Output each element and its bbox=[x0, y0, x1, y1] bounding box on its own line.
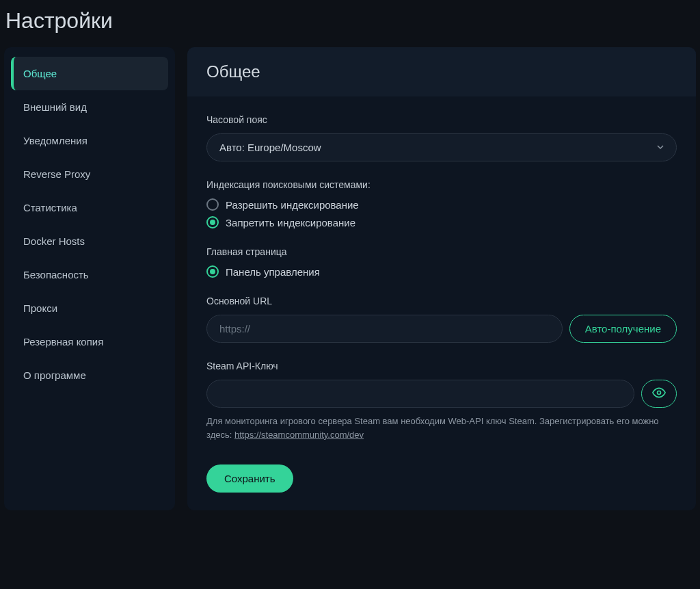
steam-api-group: Steam API-Ключ Для мониторинга игрового … bbox=[206, 361, 677, 441]
indexing-label: Индексация поисковыми системами: bbox=[206, 179, 677, 190]
sidebar-item-docker-hosts[interactable]: Docker Hosts bbox=[11, 224, 168, 258]
primary-url-label: Основной URL bbox=[206, 296, 677, 306]
sidebar-item-label: О программе bbox=[23, 369, 86, 381]
sidebar-item-backup[interactable]: Резервная копия bbox=[11, 325, 168, 358]
indexing-group: Индексация поисковыми системами: Разреши… bbox=[206, 179, 677, 228]
sidebar-item-label: Общее bbox=[23, 68, 57, 79]
sidebar-item-general[interactable]: Общее bbox=[11, 57, 168, 90]
sidebar: Общее Внешний вид Уведомления Reverse Pr… bbox=[4, 47, 175, 510]
steam-api-input[interactable] bbox=[206, 380, 634, 408]
primary-url-input[interactable] bbox=[206, 315, 563, 343]
content-body: Часовой пояс Авто: Europe/Moscow Индекса… bbox=[187, 96, 696, 510]
sidebar-item-label: Reverse Proxy bbox=[23, 168, 90, 180]
sidebar-item-proxy[interactable]: Прокси bbox=[11, 291, 168, 325]
primary-url-group: Основной URL Авто-получение bbox=[206, 296, 677, 343]
layout: Общее Внешний вид Уведомления Reverse Pr… bbox=[0, 47, 700, 510]
timezone-select-wrap: Авто: Europe/Moscow bbox=[206, 133, 677, 161]
radio-label: Запретить индексирование bbox=[226, 217, 355, 228]
radio-label: Панель управления bbox=[226, 266, 320, 278]
sidebar-item-reverse-proxy[interactable]: Reverse Proxy bbox=[11, 157, 168, 191]
radio-icon bbox=[206, 216, 219, 228]
sidebar-item-label: Уведомления bbox=[23, 135, 88, 146]
radio-label: Разрешить индексирование bbox=[226, 199, 359, 211]
entry-page-option-dashboard[interactable]: Панель управления bbox=[206, 265, 677, 278]
page-title: Настройки bbox=[0, 0, 700, 47]
sidebar-item-statistics[interactable]: Статистика bbox=[11, 191, 168, 224]
entry-page-group: Главная страница Панель управления bbox=[206, 246, 677, 278]
radio-icon bbox=[206, 265, 219, 278]
timezone-label: Часовой пояс bbox=[206, 114, 677, 125]
steam-api-help: Для мониторинга игрового сервера Steam в… bbox=[206, 415, 677, 441]
radio-icon bbox=[206, 198, 219, 211]
indexing-option-deny[interactable]: Запретить индексирование bbox=[206, 216, 677, 228]
sidebar-item-label: Docker Hosts bbox=[23, 235, 85, 247]
sidebar-item-appearance[interactable]: Внешний вид bbox=[11, 90, 168, 124]
sidebar-item-label: Внешний вид bbox=[23, 101, 87, 113]
sidebar-item-label: Резервная копия bbox=[23, 336, 103, 348]
content-panel: Общее Часовой пояс Авто: Europe/Moscow И… bbox=[187, 47, 696, 510]
steam-api-link[interactable]: https://steamcommunity.com/dev bbox=[234, 430, 364, 440]
sidebar-item-label: Статистика bbox=[23, 202, 77, 213]
content-header: Общее bbox=[187, 47, 696, 96]
sidebar-item-notifications[interactable]: Уведомления bbox=[11, 124, 168, 157]
entry-page-label: Главная страница bbox=[206, 246, 677, 257]
sidebar-item-label: Прокси bbox=[23, 302, 57, 314]
steam-api-row bbox=[206, 380, 677, 408]
sidebar-item-label: Безопасность bbox=[23, 269, 89, 280]
save-button[interactable]: Сохранить bbox=[206, 464, 293, 493]
content-title: Общее bbox=[206, 62, 677, 81]
timezone-group: Часовой пояс Авто: Europe/Moscow bbox=[206, 114, 677, 161]
steam-api-label: Steam API-Ключ bbox=[206, 361, 677, 371]
sidebar-item-about[interactable]: О программе bbox=[11, 358, 168, 392]
sidebar-item-security[interactable]: Безопасность bbox=[11, 258, 168, 291]
svg-point-0 bbox=[658, 391, 661, 395]
timezone-select[interactable]: Авто: Europe/Moscow bbox=[206, 133, 677, 161]
auto-get-button[interactable]: Авто-получение bbox=[569, 315, 677, 343]
toggle-visibility-button[interactable] bbox=[641, 380, 677, 408]
indexing-option-allow[interactable]: Разрешить индексирование bbox=[206, 198, 677, 211]
eye-icon bbox=[652, 386, 666, 402]
primary-url-row: Авто-получение bbox=[206, 315, 677, 343]
